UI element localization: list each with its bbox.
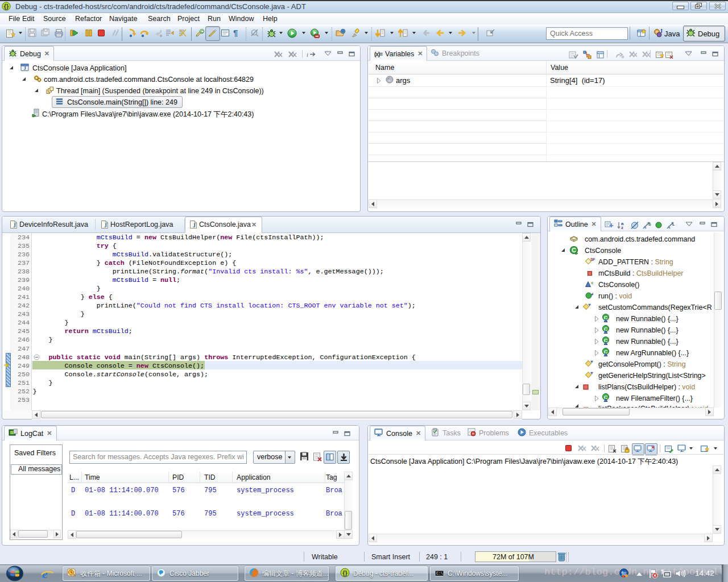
svg-text:i: i — [307, 51, 308, 58]
svg-text:J: J — [193, 222, 196, 228]
svg-text:c: c — [592, 281, 594, 285]
svg-text:z: z — [621, 225, 623, 230]
svg-text:{}: {} — [4, 3, 9, 10]
svg-text:S: S — [648, 222, 651, 226]
svg-text:L: L — [388, 78, 391, 82]
svg-text:C: C — [200, 30, 203, 34]
svg-text:J: J — [104, 222, 107, 228]
svg-text:F: F — [593, 257, 595, 261]
svg-text:L: L — [672, 222, 675, 226]
svg-text:J: J — [13, 222, 16, 228]
svg-text:C:\: C:\ — [436, 572, 443, 576]
svg-text:J: J — [660, 28, 663, 34]
svg-text:{}: {} — [342, 569, 348, 576]
